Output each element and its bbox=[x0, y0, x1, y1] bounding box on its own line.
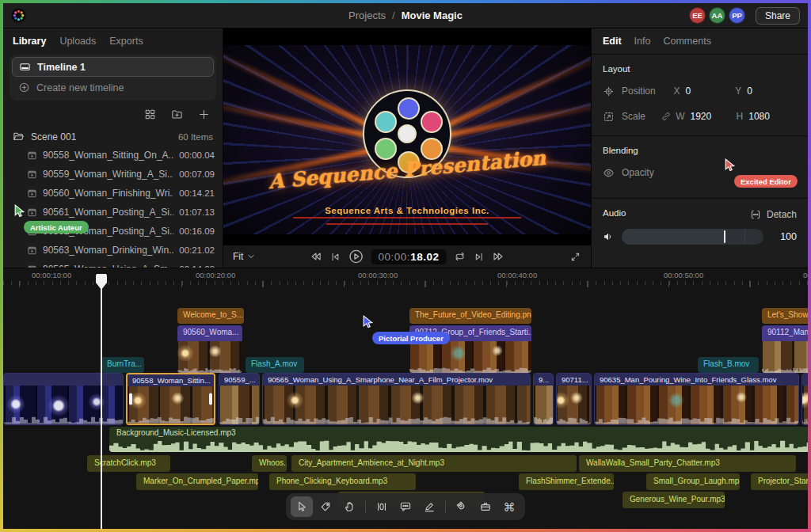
tab-library[interactable]: Library bbox=[13, 36, 46, 47]
breadcrumb-projects[interactable]: Projects bbox=[348, 10, 386, 21]
timeline-audio-clip[interactable]: Phone_Clicking_Keyboard.mp3 bbox=[269, 473, 416, 490]
timeline-overlay-video-clip[interactable]: 90112_Man_M... bbox=[762, 325, 808, 341]
timeline-video-clip[interactable]: 90559_... bbox=[219, 373, 260, 425]
position-y-field[interactable]: Y0 bbox=[735, 86, 797, 97]
timeline-title-clip[interactable]: Welcome_to_S... bbox=[177, 308, 244, 324]
timeline-music-clip[interactable]: Background_Music-Licensed.mp3 bbox=[109, 427, 808, 452]
recording-border-right bbox=[808, 0, 811, 532]
timeline-video-clip[interactable] bbox=[801, 373, 808, 425]
timeline-video-clip[interactable]: 90565_Woman_Using_A_Smarphone_Near_A_Fil… bbox=[262, 373, 531, 425]
loop-button[interactable] bbox=[453, 250, 466, 263]
timeline-audio-clip[interactable]: City_Apartment_Ambience_at_Night.mp3 bbox=[291, 455, 577, 472]
shortcuts-tool[interactable]: ⌘ bbox=[498, 496, 520, 517]
timeline-title-clip[interactable]: The_Future_of_Video_Editing.png bbox=[409, 308, 531, 324]
detach-audio-button[interactable]: Detach bbox=[750, 209, 797, 220]
grid-view-icon[interactable] bbox=[144, 108, 156, 120]
tab-edit[interactable]: Edit bbox=[603, 36, 622, 47]
media-item[interactable]: 90560_Woman_Finishing_Wri...00:14.21 bbox=[27, 184, 223, 203]
opacity-label: Opacity bbox=[622, 167, 654, 178]
avatar[interactable]: AA bbox=[709, 7, 725, 24]
timeline-audio-clip[interactable]: Generous_Wine_Pour.mp3 bbox=[623, 492, 725, 508]
timeline-transition-clip[interactable]: Flash_A.mov bbox=[246, 357, 304, 373]
scale-label: Scale bbox=[622, 111, 645, 122]
toolbox-tool[interactable] bbox=[474, 496, 497, 517]
media-item[interactable]: 90561_Woman_Posting_A_Si...01:07.13 bbox=[27, 203, 223, 222]
volume-row: 100 bbox=[603, 222, 797, 251]
avatar[interactable]: PP bbox=[729, 7, 745, 24]
scale-icon bbox=[603, 111, 615, 123]
new-folder-icon[interactable] bbox=[171, 108, 183, 120]
position-x-field[interactable]: X0 bbox=[674, 86, 736, 97]
timeline-video-clip[interactable]: 90558_Woman_Sittin... bbox=[126, 373, 215, 425]
ruler-timecode-label: 00:00:10:00 bbox=[32, 271, 71, 279]
fit-dropdown[interactable]: Fit bbox=[233, 251, 256, 262]
media-item[interactable]: 90559_Woman_Writing_A_Si...00:07.09 bbox=[27, 165, 223, 184]
hand-tool[interactable] bbox=[338, 496, 360, 517]
comment-tool[interactable] bbox=[394, 496, 417, 517]
skip-back-button[interactable] bbox=[310, 250, 322, 263]
blending-section: Blending Opacity bbox=[592, 136, 808, 199]
timeline-audio-clip[interactable]: Marker_On_Crumpled_Paper.mp3 bbox=[136, 473, 258, 490]
avatar[interactable]: EE bbox=[689, 7, 706, 24]
play-button[interactable] bbox=[348, 249, 364, 264]
volume-value: 100 bbox=[773, 231, 797, 242]
create-new-timeline-button[interactable]: Create new timeline bbox=[12, 77, 214, 98]
tab-comments[interactable]: Comments bbox=[663, 36, 710, 47]
breadcrumb-separator: / bbox=[392, 10, 395, 21]
link-dimensions-icon[interactable] bbox=[657, 111, 676, 122]
scene-name: Scene 001 bbox=[31, 131, 76, 142]
eye-icon bbox=[603, 167, 615, 179]
speaker-icon bbox=[603, 231, 614, 242]
audio-section-title: Audio bbox=[603, 208, 626, 218]
scene-folder-row[interactable]: Scene 001 60 Items bbox=[3, 125, 223, 146]
playhead-handle[interactable] bbox=[96, 274, 107, 290]
overlay-clip-thumbnail[interactable] bbox=[409, 341, 531, 373]
next-frame-button[interactable] bbox=[473, 251, 485, 263]
timeline-video-clip[interactable] bbox=[3, 373, 124, 425]
select-tool[interactable] bbox=[291, 496, 313, 517]
media-item[interactable]: 90565_Woman_Using_A_Sm...02:14.23 bbox=[27, 260, 223, 268]
project-title: Movie Magic bbox=[402, 10, 463, 21]
timeline-toolbar: ⌘ bbox=[286, 493, 525, 520]
trim-tool[interactable] bbox=[371, 496, 393, 517]
scale-width-field[interactable]: W1920 bbox=[676, 111, 736, 122]
fullscreen-icon[interactable] bbox=[569, 251, 581, 263]
magnet-tool[interactable] bbox=[451, 496, 473, 517]
timeline-video-clip[interactable]: 9... bbox=[533, 373, 554, 425]
tab-uploads[interactable]: Uploads bbox=[59, 36, 96, 47]
film-clip-icon bbox=[27, 150, 37, 161]
overlay-clip-thumbnail[interactable] bbox=[762, 341, 808, 373]
inspector-tabs: EditInfoComments bbox=[592, 28, 808, 55]
previous-frame-button[interactable] bbox=[329, 251, 341, 263]
add-media-icon[interactable] bbox=[198, 108, 210, 120]
timeline-overlay-video-clip[interactable]: 90560_Woma... bbox=[177, 325, 242, 341]
timeline-audio-clip[interactable]: Whoos... bbox=[252, 455, 287, 472]
collaborator-cursor bbox=[13, 204, 26, 218]
timeline-audio-clip[interactable]: WallaWalla_Small_Party_Chatter.mp3 bbox=[579, 455, 796, 472]
timeline-video-clip[interactable]: 90711... bbox=[556, 373, 592, 425]
timeline-item-label: Timeline 1 bbox=[37, 62, 86, 73]
timeline-audio-clip[interactable]: Projector_Start_U... bbox=[751, 473, 808, 490]
timeline-title-clip[interactable]: Let's_Show_Y... bbox=[762, 308, 808, 324]
tag-tool[interactable] bbox=[314, 496, 337, 517]
volume-slider-handle[interactable] bbox=[724, 230, 725, 243]
tab-info[interactable]: Info bbox=[634, 36, 651, 47]
timeline-transition-clip[interactable]: BurnTra... bbox=[101, 357, 144, 373]
timeline-audio-clip[interactable]: ScratchClick.mp3 bbox=[87, 455, 170, 472]
timeline-area: 00:00:10:0000:00:20:0000:00:30:0000:00:4… bbox=[3, 268, 808, 529]
overlay-clip-thumbnail[interactable] bbox=[177, 341, 242, 373]
share-button[interactable]: Share bbox=[756, 7, 800, 25]
media-item[interactable]: 90563_Woman_Drinking_Win...00:21.02 bbox=[27, 241, 223, 260]
playhead[interactable] bbox=[101, 275, 102, 529]
timeline-audio-clip[interactable]: Small_Group_Laugh.mp3 bbox=[646, 473, 740, 490]
pen-tool[interactable] bbox=[418, 496, 440, 517]
fast-forward-button[interactable] bbox=[492, 250, 504, 263]
timeline-transition-clip[interactable]: Flash_B.mov bbox=[698, 357, 759, 373]
timeline-video-clip[interactable]: 90635_Man_Pouring_Wine_Into_Friends_Glas… bbox=[594, 373, 799, 425]
timeline-item[interactable]: Timeline 1 bbox=[12, 57, 214, 77]
tab-exports[interactable]: Exports bbox=[109, 36, 143, 47]
media-item[interactable]: 90558_Woman_Sitting_On_A...00:00.04 bbox=[27, 146, 223, 165]
scale-height-field[interactable]: H1080 bbox=[737, 111, 797, 122]
timeline-audio-clip[interactable]: FlashShimmer_Extende... bbox=[519, 473, 614, 490]
volume-slider[interactable] bbox=[622, 229, 763, 245]
